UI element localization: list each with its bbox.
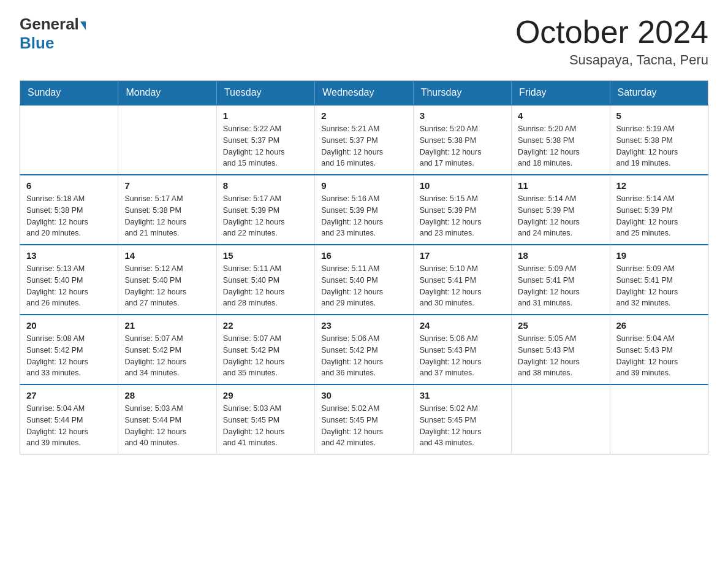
day-number: 13 bbox=[26, 250, 112, 261]
day-number: 24 bbox=[420, 320, 505, 331]
day-number: 7 bbox=[124, 180, 210, 191]
calendar-cell: 21Sunrise: 5:07 AMSunset: 5:42 PMDayligh… bbox=[118, 315, 216, 385]
day-info: Sunrise: 5:14 AMSunset: 5:39 PMDaylight:… bbox=[518, 193, 603, 239]
calendar-cell: 26Sunrise: 5:04 AMSunset: 5:43 PMDayligh… bbox=[610, 315, 708, 385]
day-info: Sunrise: 5:04 AMSunset: 5:44 PMDaylight:… bbox=[26, 403, 112, 449]
calendar-cell: 20Sunrise: 5:08 AMSunset: 5:42 PMDayligh… bbox=[20, 315, 118, 385]
day-info: Sunrise: 5:22 AMSunset: 5:37 PMDaylight:… bbox=[223, 123, 308, 169]
day-number: 27 bbox=[26, 390, 112, 400]
weekday-header-sunday: Sunday bbox=[20, 81, 118, 105]
calendar-title: October 2024 bbox=[515, 15, 708, 50]
calendar-cell: 25Sunrise: 5:05 AMSunset: 5:43 PMDayligh… bbox=[512, 315, 610, 385]
day-info: Sunrise: 5:07 AMSunset: 5:42 PMDaylight:… bbox=[124, 333, 210, 379]
day-info: Sunrise: 5:20 AMSunset: 5:38 PMDaylight:… bbox=[518, 123, 603, 169]
day-number: 16 bbox=[321, 250, 406, 261]
day-info: Sunrise: 5:07 AMSunset: 5:42 PMDaylight:… bbox=[223, 333, 308, 379]
day-number: 30 bbox=[321, 390, 406, 400]
day-info: Sunrise: 5:03 AMSunset: 5:45 PMDaylight:… bbox=[223, 403, 308, 449]
day-info: Sunrise: 5:03 AMSunset: 5:44 PMDaylight:… bbox=[124, 403, 210, 449]
weekday-header-friday: Friday bbox=[512, 81, 610, 105]
logo: General Blue bbox=[20, 15, 86, 53]
day-info: Sunrise: 5:11 AMSunset: 5:40 PMDaylight:… bbox=[321, 263, 406, 309]
day-info: Sunrise: 5:15 AMSunset: 5:39 PMDaylight:… bbox=[420, 193, 505, 239]
calendar-cell: 28Sunrise: 5:03 AMSunset: 5:44 PMDayligh… bbox=[118, 385, 216, 454]
weekday-header-saturday: Saturday bbox=[610, 81, 708, 105]
day-number: 23 bbox=[321, 320, 406, 331]
day-info: Sunrise: 5:06 AMSunset: 5:43 PMDaylight:… bbox=[420, 333, 505, 379]
day-info: Sunrise: 5:16 AMSunset: 5:39 PMDaylight:… bbox=[321, 193, 406, 239]
calendar-header: SundayMondayTuesdayWednesdayThursdayFrid… bbox=[20, 81, 708, 105]
day-info: Sunrise: 5:09 AMSunset: 5:41 PMDaylight:… bbox=[616, 263, 702, 309]
weekday-header-thursday: Thursday bbox=[413, 81, 511, 105]
day-info: Sunrise: 5:04 AMSunset: 5:43 PMDaylight:… bbox=[616, 333, 702, 379]
calendar-cell bbox=[512, 385, 610, 454]
day-info: Sunrise: 5:09 AMSunset: 5:41 PMDaylight:… bbox=[518, 263, 603, 309]
day-info: Sunrise: 5:20 AMSunset: 5:38 PMDaylight:… bbox=[420, 123, 505, 169]
calendar-cell: 3Sunrise: 5:20 AMSunset: 5:38 PMDaylight… bbox=[413, 105, 511, 175]
day-number: 18 bbox=[518, 250, 603, 261]
calendar-cell bbox=[118, 105, 216, 175]
page-header: General Blue October 2024 Susapaya, Tacn… bbox=[20, 15, 708, 68]
calendar-cell: 1Sunrise: 5:22 AMSunset: 5:37 PMDaylight… bbox=[216, 105, 314, 175]
calendar-table: SundayMondayTuesdayWednesdayThursdayFrid… bbox=[20, 80, 708, 454]
day-info: Sunrise: 5:08 AMSunset: 5:42 PMDaylight:… bbox=[26, 333, 112, 379]
day-number: 12 bbox=[616, 180, 702, 191]
day-number: 17 bbox=[420, 250, 505, 261]
calendar-cell: 29Sunrise: 5:03 AMSunset: 5:45 PMDayligh… bbox=[216, 385, 314, 454]
calendar-body: 1Sunrise: 5:22 AMSunset: 5:37 PMDaylight… bbox=[20, 105, 708, 454]
calendar-cell: 5Sunrise: 5:19 AMSunset: 5:38 PMDaylight… bbox=[610, 105, 708, 175]
day-number: 28 bbox=[124, 390, 210, 400]
calendar-cell: 12Sunrise: 5:14 AMSunset: 5:39 PMDayligh… bbox=[610, 175, 708, 245]
calendar-cell bbox=[20, 105, 118, 175]
day-number: 29 bbox=[223, 390, 308, 400]
calendar-cell: 24Sunrise: 5:06 AMSunset: 5:43 PMDayligh… bbox=[413, 315, 511, 385]
title-block: October 2024 Susapaya, Tacna, Peru bbox=[515, 15, 708, 68]
weekday-header-monday: Monday bbox=[118, 81, 216, 105]
day-info: Sunrise: 5:06 AMSunset: 5:42 PMDaylight:… bbox=[321, 333, 406, 379]
calendar-subtitle: Susapaya, Tacna, Peru bbox=[515, 52, 708, 68]
day-info: Sunrise: 5:10 AMSunset: 5:41 PMDaylight:… bbox=[420, 263, 505, 309]
day-number: 1 bbox=[223, 110, 308, 121]
weekday-header-wednesday: Wednesday bbox=[315, 81, 413, 105]
calendar-cell: 30Sunrise: 5:02 AMSunset: 5:45 PMDayligh… bbox=[315, 385, 413, 454]
calendar-cell: 18Sunrise: 5:09 AMSunset: 5:41 PMDayligh… bbox=[512, 245, 610, 315]
day-number: 10 bbox=[420, 180, 505, 191]
day-info: Sunrise: 5:02 AMSunset: 5:45 PMDaylight:… bbox=[420, 403, 505, 449]
calendar-cell: 6Sunrise: 5:18 AMSunset: 5:38 PMDaylight… bbox=[20, 175, 118, 245]
day-number: 20 bbox=[26, 320, 112, 331]
calendar-cell: 4Sunrise: 5:20 AMSunset: 5:38 PMDaylight… bbox=[512, 105, 610, 175]
calendar-cell: 31Sunrise: 5:02 AMSunset: 5:45 PMDayligh… bbox=[413, 385, 511, 454]
calendar-cell: 9Sunrise: 5:16 AMSunset: 5:39 PMDaylight… bbox=[315, 175, 413, 245]
day-info: Sunrise: 5:19 AMSunset: 5:38 PMDaylight:… bbox=[616, 123, 702, 169]
day-number: 31 bbox=[420, 390, 505, 400]
day-info: Sunrise: 5:11 AMSunset: 5:40 PMDaylight:… bbox=[223, 263, 308, 309]
calendar-cell: 15Sunrise: 5:11 AMSunset: 5:40 PMDayligh… bbox=[216, 245, 314, 315]
day-info: Sunrise: 5:12 AMSunset: 5:40 PMDaylight:… bbox=[124, 263, 210, 309]
calendar-cell: 14Sunrise: 5:12 AMSunset: 5:40 PMDayligh… bbox=[118, 245, 216, 315]
calendar-cell: 8Sunrise: 5:17 AMSunset: 5:39 PMDaylight… bbox=[216, 175, 314, 245]
day-number: 15 bbox=[223, 250, 308, 261]
day-number: 2 bbox=[321, 110, 406, 121]
calendar-cell bbox=[610, 385, 708, 454]
day-info: Sunrise: 5:17 AMSunset: 5:38 PMDaylight:… bbox=[124, 193, 210, 239]
day-info: Sunrise: 5:18 AMSunset: 5:38 PMDaylight:… bbox=[26, 193, 112, 239]
day-number: 11 bbox=[518, 180, 603, 191]
day-number: 22 bbox=[223, 320, 308, 331]
week-row-4: 20Sunrise: 5:08 AMSunset: 5:42 PMDayligh… bbox=[20, 315, 708, 385]
calendar-cell: 10Sunrise: 5:15 AMSunset: 5:39 PMDayligh… bbox=[413, 175, 511, 245]
calendar-cell: 7Sunrise: 5:17 AMSunset: 5:38 PMDaylight… bbox=[118, 175, 216, 245]
day-number: 5 bbox=[616, 110, 702, 121]
day-number: 6 bbox=[26, 180, 112, 191]
calendar-cell: 13Sunrise: 5:13 AMSunset: 5:40 PMDayligh… bbox=[20, 245, 118, 315]
day-number: 21 bbox=[124, 320, 210, 331]
calendar-cell: 11Sunrise: 5:14 AMSunset: 5:39 PMDayligh… bbox=[512, 175, 610, 245]
day-info: Sunrise: 5:05 AMSunset: 5:43 PMDaylight:… bbox=[518, 333, 603, 379]
calendar-cell: 27Sunrise: 5:04 AMSunset: 5:44 PMDayligh… bbox=[20, 385, 118, 454]
day-number: 19 bbox=[616, 250, 702, 261]
day-info: Sunrise: 5:02 AMSunset: 5:45 PMDaylight:… bbox=[321, 403, 406, 449]
day-number: 25 bbox=[518, 320, 603, 331]
week-row-1: 1Sunrise: 5:22 AMSunset: 5:37 PMDaylight… bbox=[20, 105, 708, 175]
day-number: 4 bbox=[518, 110, 603, 121]
weekday-header-tuesday: Tuesday bbox=[216, 81, 314, 105]
calendar-cell: 17Sunrise: 5:10 AMSunset: 5:41 PMDayligh… bbox=[413, 245, 511, 315]
